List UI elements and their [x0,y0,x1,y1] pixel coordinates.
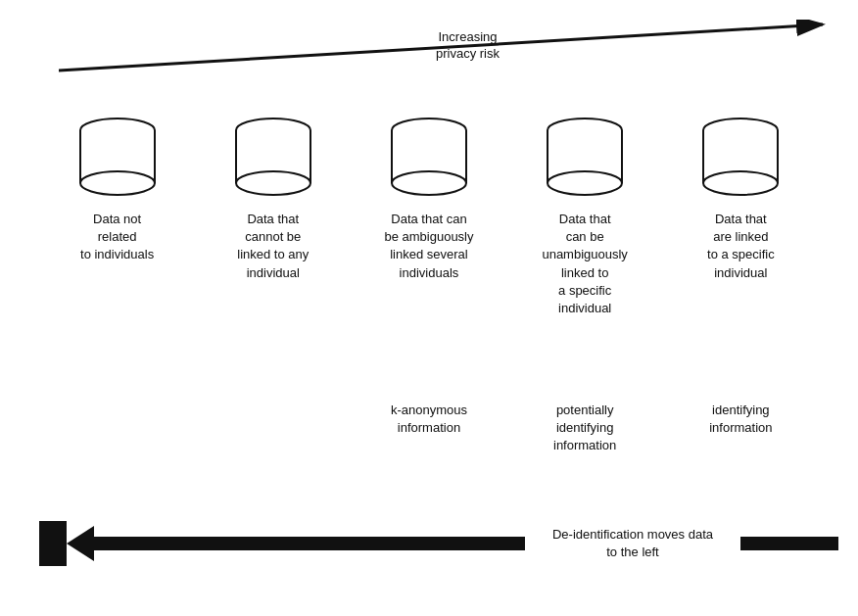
cylinder-1 [73,113,162,201]
bottom-arrow-wrapper [67,526,525,561]
info-label-4: potentiallyidentifyinginformation [516,402,653,455]
info-label-2 [205,402,342,455]
cylinder-item-5: Data thatare linkedto a specificindividu… [672,113,809,282]
cylinder-label-1: Data notrelatedto individuals [80,211,154,264]
bottom-arrow-shaft [94,537,525,550]
cylinder-item-1: Data notrelatedto individuals [49,113,186,264]
bottom-right-block [740,537,838,550]
top-arrow-svg [59,20,838,73]
svg-line-1 [59,24,823,71]
cylinder-3 [385,113,473,201]
info-label-1 [49,402,186,455]
cylinder-label-5: Data thatare linkedto a specificindividu… [707,211,775,282]
svg-point-6 [80,171,155,195]
cylinder-item-4: Data thatcan beunambiguouslylinked toa s… [516,113,653,317]
cylinder-label-3: Data that canbe ambiguouslylinked severa… [384,211,473,282]
svg-point-21 [548,171,622,195]
cylinder-5 [696,113,785,201]
top-arrow-container: Increasingprivacy risk [59,29,838,69]
svg-point-26 [703,171,778,195]
bottom-section: De-identification moves datato the left [39,519,838,568]
cylinder-4 [541,113,629,201]
svg-point-11 [236,171,310,195]
bottom-left-block [39,521,67,566]
info-label-5: identifyinginformation [672,402,809,455]
diagram-container: Increasingprivacy risk [0,0,858,616]
info-label-3: k-anonymousinformation [360,402,498,455]
info-labels-row: k-anonymousinformation potentiallyidenti… [0,402,858,455]
cylinder-2 [229,113,317,201]
cylinder-label-4: Data thatcan beunambiguouslylinked toa s… [542,211,627,317]
cylinder-item-3: Data that canbe ambiguouslylinked severa… [360,113,498,282]
cylinders-row: Data notrelatedto individuals Data thatc… [0,113,858,317]
cylinder-label-2: Data thatcannot belinked to anyindividua… [237,211,309,282]
bottom-deidentification-label: De-identification moves datato the left [535,526,731,561]
svg-point-16 [392,171,466,195]
bottom-arrowhead [67,526,94,561]
cylinder-item-2: Data thatcannot belinked to anyindividua… [205,113,342,282]
